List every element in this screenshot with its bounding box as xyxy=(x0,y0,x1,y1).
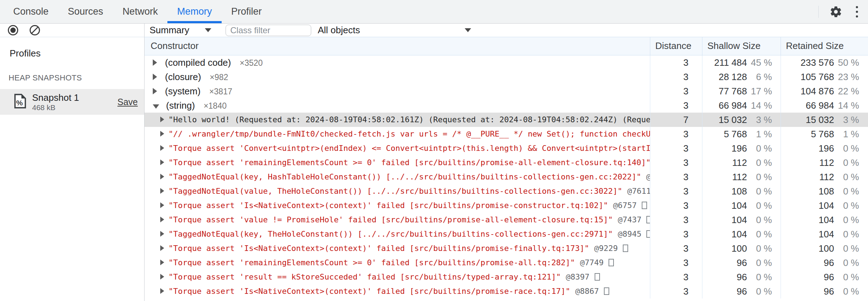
string-instance-row[interactable]: "Hello world! (Requested at: 2024-08-19T… xyxy=(145,113,868,127)
string-instance-row[interactable]: "Torque assert 'remainingElementsCount >… xyxy=(145,156,868,170)
disclosure-triangle-icon[interactable] xyxy=(160,274,164,280)
perspective-select[interactable]: Summary xyxy=(150,25,211,36)
distance-value: 3 xyxy=(650,141,702,156)
string-instance-row[interactable]: "Torque assert 'value != PromiseHole' fa… xyxy=(145,213,868,227)
panel-tab[interactable]: Profiler xyxy=(222,0,272,23)
retained-size-value: 112 xyxy=(781,170,834,184)
objects-filter-selected-value: All objects xyxy=(318,25,360,36)
shallow-size-cell: 104 0 % xyxy=(702,198,781,213)
string-instance-row[interactable]: "TaggedNotEqual(value, TheHoleConstant()… xyxy=(145,184,868,198)
string-value: "Torque assert 'value != PromiseHole' fa… xyxy=(168,215,613,224)
shallow-size-value: 211 484 xyxy=(702,55,747,70)
panel-tab[interactable]: Console xyxy=(4,0,58,23)
retained-size-percent: 0 % xyxy=(834,213,868,227)
snapshot-list-item[interactable]: % Snapshot 1 468 kB Save xyxy=(0,89,144,115)
string-instance-row[interactable]: "TaggedNotEqual(key, TheHoleConstant()) … xyxy=(145,227,868,241)
snapshot-name: Snapshot 1 xyxy=(32,92,117,103)
string-value: "Torque assert 'remainingElementsCount >… xyxy=(168,158,650,167)
distance-value: 3 xyxy=(650,184,702,198)
missing-glyph-box-icon xyxy=(595,273,600,281)
string-value-cell: "Torque assert 'remainingElementsCount >… xyxy=(145,156,650,170)
retained-size-percent: 0 % xyxy=(834,284,868,298)
retained-size-value: 233 576 xyxy=(781,55,834,70)
constructor-cell: (system) ×3817 xyxy=(145,84,650,98)
constructor-row[interactable]: (closure) ×982 3 28 128 6 % 105 768 23 % xyxy=(145,70,868,84)
retained-size-percent: 22 % xyxy=(834,84,868,98)
shallow-size-value: 96 xyxy=(702,270,747,284)
string-instance-row[interactable]: "Torque assert 'Convert<uintptr>(endInde… xyxy=(145,141,868,156)
retained-size-percent: 0 % xyxy=(834,227,868,241)
instance-count: ×1840 xyxy=(203,101,227,110)
distance-value: 3 xyxy=(650,241,702,256)
distance-value: 3 xyxy=(650,170,702,184)
column-header-distance[interactable]: Distance xyxy=(650,37,702,55)
retained-size-value: 100 xyxy=(781,241,834,256)
constructor-row[interactable]: (string) ×1840 3 66 984 14 % 66 984 14 % xyxy=(145,98,868,113)
disclosure-triangle-icon[interactable] xyxy=(160,260,164,265)
missing-glyph-box-icon xyxy=(609,259,614,266)
disclosure-triangle-icon[interactable] xyxy=(160,174,164,179)
devtools-tabbar: Console Sources Network Memory Profiler xyxy=(0,0,868,24)
object-id: @8397 xyxy=(566,272,589,281)
retained-size-value: 96 xyxy=(781,256,834,270)
retained-size-value: 104 xyxy=(781,213,834,227)
disclosure-triangle-icon[interactable] xyxy=(160,288,164,294)
panel-tab[interactable]: Network xyxy=(113,0,167,23)
retained-size-value: 104 876 xyxy=(781,84,834,98)
string-instance-row[interactable]: "Torque assert 'Is<NativeContext>(contex… xyxy=(145,241,868,256)
string-value: "TaggedNotEqual(key, HashTableHoleConsta… xyxy=(168,172,641,181)
snapshot-info: Snapshot 1 468 kB xyxy=(32,92,117,112)
constructor-row[interactable]: (compiled code) ×3520 3 211 484 45 % 233… xyxy=(145,55,868,70)
three-dot-menu-icon[interactable] xyxy=(854,5,859,19)
string-value: "TaggedNotEqual(value, TheHoleConstant()… xyxy=(168,187,622,196)
shallow-size-percent: 45 % xyxy=(747,55,781,70)
column-header-constructor[interactable]: Constructor xyxy=(145,37,650,55)
class-filter-input[interactable] xyxy=(226,25,311,36)
disclosure-triangle-icon[interactable] xyxy=(160,231,164,237)
disclosure-triangle-icon[interactable] xyxy=(160,117,164,122)
distance-value: 3 xyxy=(650,127,702,141)
string-instance-row[interactable]: "Torque assert 'Is<NativeContext>(contex… xyxy=(145,198,868,213)
disclosure-triangle-icon[interactable] xyxy=(153,74,157,80)
string-instance-row[interactable]: "TaggedNotEqual(key, HashTableHoleConsta… xyxy=(145,170,868,184)
disclosure-triangle-icon[interactable] xyxy=(160,202,164,208)
disclosure-triangle-icon[interactable] xyxy=(160,159,164,165)
column-header-shallow-size[interactable]: Shallow Size xyxy=(702,37,781,55)
shallow-size-value: 5 768 xyxy=(702,127,747,141)
string-instance-row[interactable]: "Torque assert 'result == kStoreSucceded… xyxy=(145,270,868,284)
string-instance-row[interactable]: "Torque assert 'Is<NativeContext>(contex… xyxy=(145,284,868,298)
disclosure-triangle-icon[interactable] xyxy=(153,104,159,109)
shallow-size-cell: 77 768 17 % xyxy=(702,84,781,98)
save-snapshot-link[interactable]: Save xyxy=(117,97,138,107)
disclosure-triangle-icon[interactable] xyxy=(160,145,164,151)
retained-size-percent: 0 % xyxy=(834,256,868,270)
object-id: @7749 xyxy=(580,258,604,267)
string-value: "Torque assert 'Is<NativeContext>(contex… xyxy=(168,244,589,253)
disclosure-triangle-icon[interactable] xyxy=(160,217,164,222)
string-instance-row[interactable]: "Torque assert 'remainingElementsCount >… xyxy=(145,256,868,270)
retained-size-cell: 5 768 1 % xyxy=(781,127,868,141)
distance-value: 3 xyxy=(650,213,702,227)
take-heap-snapshot-icon[interactable] xyxy=(8,25,18,35)
disclosure-triangle-icon[interactable] xyxy=(153,59,157,66)
constructor-category-rows: (compiled code) ×3520 3 211 484 45 % 233… xyxy=(145,55,868,113)
shallow-size-cell: 96 0 % xyxy=(702,256,781,270)
constructor-row[interactable]: (system) ×3817 3 77 768 17 % 104 876 22 … xyxy=(145,84,868,98)
disclosure-triangle-icon[interactable] xyxy=(160,188,164,194)
string-instance-row[interactable]: "// .wrangler/tmp/bundle-FmNIt0/checked-… xyxy=(145,127,868,141)
disclosure-triangle-icon[interactable] xyxy=(153,88,157,94)
distance-value: 3 xyxy=(650,227,702,241)
clear-profiles-icon[interactable] xyxy=(30,25,40,35)
shallow-size-percent: 1 % xyxy=(747,127,781,141)
disclosure-triangle-icon[interactable] xyxy=(160,245,164,251)
panel-tab[interactable]: Memory xyxy=(167,0,222,23)
shallow-size-value: 77 768 xyxy=(702,84,747,98)
panel-tab[interactable]: Sources xyxy=(58,0,113,23)
shallow-size-value: 96 xyxy=(702,284,747,298)
column-header-retained-size[interactable]: Retained Size xyxy=(781,37,868,55)
gear-icon[interactable] xyxy=(829,5,842,18)
object-id: @8945 xyxy=(618,230,641,238)
objects-filter-select[interactable]: All objects xyxy=(318,25,475,36)
disclosure-triangle-icon[interactable] xyxy=(160,131,164,137)
retained-size-value: 15 032 xyxy=(781,113,834,127)
